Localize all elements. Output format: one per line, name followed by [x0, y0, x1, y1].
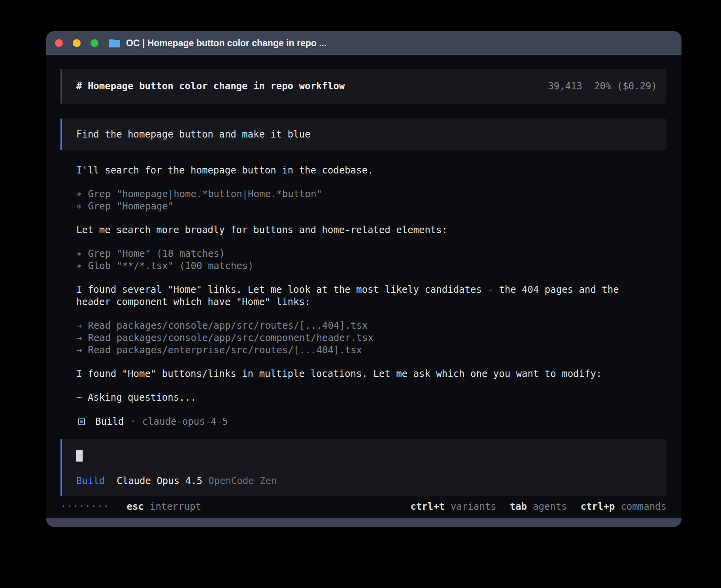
arrow-icon: → — [76, 332, 82, 343]
agent-mode-label[interactable]: Build — [76, 475, 105, 487]
assistant-text: Let me search more broadly for buttons a… — [60, 224, 638, 236]
agent-chip: Build · claude-opus-4-5 — [60, 416, 666, 428]
token-count: 39,413 — [548, 80, 582, 92]
tool-call-read: →Read packages/console/app/src/component… — [76, 332, 666, 344]
text-cursor — [76, 450, 83, 462]
tool-call-label: Read packages/console/app/src/routes/[..… — [88, 320, 368, 331]
status-bar: ········ esc interrupt ctrl+t variants t… — [60, 501, 666, 513]
esc-key-label: interrupt — [150, 501, 201, 513]
tool-call-grep: ∗Grep "Homepage" — [76, 200, 666, 213]
esc-key-hint: esc — [127, 501, 144, 513]
shortcut-variants: ctrl+t variants — [410, 501, 496, 513]
tool-call-label: Grep "homepage|home.*button|Home.*button… — [88, 188, 322, 200]
tool-call-label: Read packages/enterprise/src/routes/[...… — [88, 345, 362, 356]
read-call-group: →Read packages/console/app/src/routes/[.… — [60, 320, 666, 356]
assistant-text: I found several "Home" links. Let me loo… — [60, 284, 638, 308]
assistant-text: I found "Home" buttons/links in multiple… — [60, 368, 638, 380]
assistant-intro-text: I'll search for the homepage button in t… — [60, 164, 638, 177]
tool-call-label: Grep "Home" (18 matches) — [88, 248, 225, 259]
prompt-input[interactable]: Build Claude Opus 4.5 OpenCode Zen — [60, 439, 666, 496]
folder-icon — [109, 39, 120, 47]
user-message: Find the homepage button and make it blu… — [60, 119, 666, 150]
assistant-status-text: ~ Asking questions... — [60, 392, 666, 404]
shortcut-commands: ctrl+p commands — [581, 501, 666, 513]
session-stats: 39,413 20% ($0.29) — [548, 80, 657, 92]
spinner-dots: ········ — [60, 501, 109, 513]
tool-prefix: ∗ — [76, 201, 82, 212]
session-header: # Homepage button color change in repo w… — [60, 69, 666, 104]
status-bar-left: ········ esc interrupt — [60, 501, 201, 513]
shortcut-label: commands — [621, 501, 666, 513]
shortcut-key: ctrl+t — [410, 501, 445, 513]
tool-call-label: Grep "Homepage" — [88, 201, 174, 212]
input-status-row: Build Claude Opus 4.5 OpenCode Zen — [76, 475, 652, 487]
terminal-content: # Homepage button color change in repo w… — [46, 55, 681, 518]
window-controls — [55, 39, 98, 47]
window-bottom-edge — [46, 518, 681, 527]
window-title: OC | Homepage button color change in rep… — [126, 38, 327, 49]
input-line[interactable] — [76, 449, 652, 462]
provider-name: OpenCode Zen — [208, 475, 277, 487]
tool-call-label: Glob "**/*.tsx" (100 matches) — [88, 260, 253, 271]
tool-call-grep: ∗Grep "homepage|home.*button|Home.*butto… — [76, 188, 666, 200]
tool-prefix: ∗ — [76, 248, 82, 259]
agent-name: Build — [95, 416, 124, 428]
shortcut-key: ctrl+p — [581, 501, 615, 513]
shortcut-label: variants — [451, 501, 496, 513]
shortcut-key: tab — [510, 501, 527, 513]
agent-model: claude-opus-4-5 — [142, 416, 228, 428]
tool-call-group: ∗Grep "Home" (18 matches) ∗Glob "**/*.ts… — [60, 248, 666, 272]
shortcut-agents: tab agents — [510, 501, 567, 513]
user-message-text: Find the homepage button and make it blu… — [76, 128, 310, 141]
tool-call-read: →Read packages/enterprise/src/routes/[..… — [76, 344, 666, 356]
agent-build-icon — [78, 418, 85, 425]
separator-dot: · — [130, 416, 136, 428]
window-title-area: OC | Homepage button color change in rep… — [109, 38, 327, 49]
tool-call-grep: ∗Grep "Home" (18 matches) — [76, 248, 666, 260]
tool-call-glob: ∗Glob "**/*.tsx" (100 matches) — [76, 260, 666, 272]
session-title: # Homepage button color change in repo w… — [76, 80, 345, 92]
minimize-window-button[interactable] — [73, 39, 81, 47]
titlebar[interactable]: OC | Homepage button color change in rep… — [46, 31, 681, 55]
tool-prefix: ∗ — [76, 188, 82, 200]
tool-prefix: ∗ — [76, 260, 82, 271]
arrow-icon: → — [76, 345, 82, 356]
zoom-window-button[interactable] — [91, 39, 98, 47]
terminal-window: OC | Homepage button color change in rep… — [46, 31, 681, 527]
tool-call-read: →Read packages/console/app/src/routes/[.… — [76, 320, 666, 332]
close-window-button[interactable] — [55, 39, 63, 47]
tool-call-label: Read packages/console/app/src/component/… — [88, 332, 373, 343]
tool-call-group: ∗Grep "homepage|home.*button|Home.*butto… — [60, 188, 666, 213]
status-bar-right: ctrl+t variants tab agents ctrl+p comman… — [410, 501, 666, 513]
model-name[interactable]: Claude Opus 4.5 — [117, 475, 202, 487]
arrow-icon: → — [76, 320, 82, 331]
shortcut-label: agents — [533, 501, 567, 513]
context-cost: 20% ($0.29) — [594, 80, 657, 92]
